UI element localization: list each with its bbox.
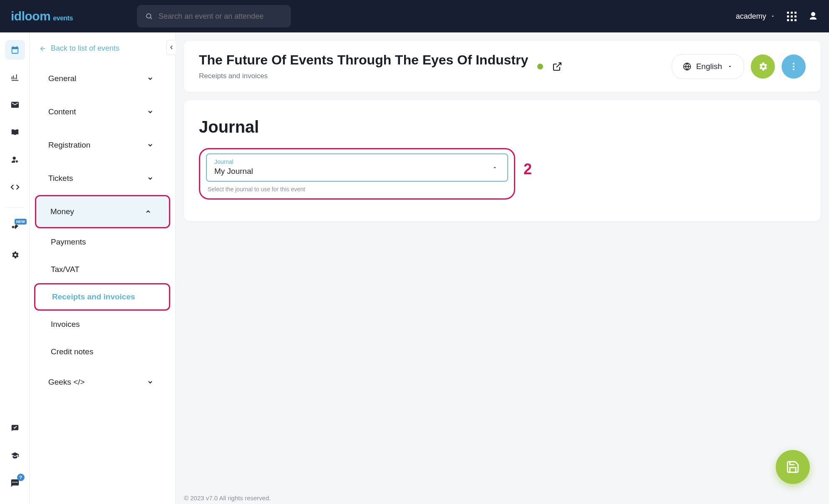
- chevron-down-icon: [147, 379, 154, 385]
- select-value: My Journal: [214, 167, 500, 176]
- icon-rail: NEW ?: [0, 32, 30, 504]
- new-badge: NEW: [15, 219, 27, 225]
- journal-section: Journal Journal My Journal Select the jo…: [184, 100, 821, 221]
- sub-label: Invoices: [51, 320, 80, 329]
- user-icon[interactable]: [808, 11, 818, 21]
- chevron-down-icon: [147, 109, 154, 115]
- event-header-card: The Future Of Events Through The Eyes Of…: [184, 41, 821, 92]
- svg-point-7: [793, 66, 794, 67]
- section-heading: Journal: [199, 118, 806, 136]
- rail-user-cog-icon[interactable]: [5, 150, 25, 170]
- save-icon: [786, 460, 800, 474]
- select-help-text: Select the journal to use for this event: [206, 186, 508, 193]
- search-icon: [145, 12, 153, 20]
- account-label: academy: [736, 12, 766, 21]
- svg-point-6: [793, 63, 794, 64]
- brand-main: idloom: [11, 9, 50, 23]
- nav-label: Money: [50, 207, 74, 216]
- status-dot-icon: [537, 64, 543, 69]
- svg-line-1: [151, 17, 152, 19]
- settings-button[interactable]: [751, 54, 775, 79]
- sub-payments[interactable]: Payments: [34, 228, 171, 256]
- help-badge: ?: [17, 474, 25, 481]
- sidebar-collapse-button[interactable]: [166, 40, 176, 55]
- rail-events-icon[interactable]: [5, 40, 25, 60]
- language-selector[interactable]: English: [672, 54, 744, 79]
- account-menu[interactable]: academy: [736, 12, 775, 21]
- more-vertical-icon: [789, 62, 799, 72]
- sub-tax-vat[interactable]: Tax/VAT: [34, 256, 171, 283]
- nav-label: General: [48, 74, 77, 83]
- arrow-left-icon: [39, 45, 47, 52]
- rail-book-icon[interactable]: [5, 122, 25, 142]
- caret-down-icon: [770, 14, 775, 19]
- caret-down-icon: [491, 164, 498, 171]
- svg-point-0: [146, 14, 151, 18]
- rail-mail-icon[interactable]: [5, 95, 25, 115]
- brand-sub: events: [53, 15, 73, 22]
- sub-receipts-invoices[interactable]: Receipts and invoices: [34, 283, 170, 311]
- rail-stats-icon[interactable]: [5, 67, 25, 87]
- back-to-events-link[interactable]: Back to list of events: [30, 42, 175, 62]
- top-header: idloom events academy: [0, 0, 829, 32]
- language-label: English: [696, 62, 722, 71]
- chevron-down-icon: [147, 142, 154, 148]
- sub-label: Receipts and invoices: [52, 292, 135, 301]
- brand-logo[interactable]: idloom events: [11, 9, 73, 23]
- chevron-down-icon: [147, 75, 154, 82]
- apps-grid-icon[interactable]: [787, 12, 797, 21]
- svg-point-8: [793, 69, 794, 70]
- search-input[interactable]: [159, 12, 283, 21]
- sidebar-nav: Back to list of events General Content R…: [30, 32, 176, 504]
- caret-down-icon: [727, 64, 733, 69]
- journal-highlight-box: Journal My Journal Select the journal to…: [199, 148, 515, 200]
- rail-chat-icon[interactable]: ?: [5, 473, 25, 493]
- external-link-icon[interactable]: [552, 62, 562, 72]
- globe-icon: [683, 62, 691, 71]
- gear-icon: [757, 61, 768, 72]
- sub-label: Tax/VAT: [51, 265, 79, 274]
- svg-line-3: [556, 63, 561, 67]
- sub-credit-notes[interactable]: Credit notes: [34, 338, 171, 366]
- chevron-up-icon: [145, 208, 151, 215]
- rail-key-icon[interactable]: NEW: [5, 217, 25, 237]
- nav-label: Geeks </>: [48, 378, 85, 387]
- select-label: Journal: [214, 158, 500, 165]
- nav-label: Content: [48, 107, 76, 116]
- sub-label: Payments: [51, 237, 86, 247]
- chevron-left-icon: [168, 44, 175, 51]
- nav-general[interactable]: General: [34, 62, 171, 95]
- nav-content[interactable]: Content: [34, 95, 171, 128]
- breadcrumb: Receipts and invoices: [199, 72, 528, 80]
- rail-settings-icon[interactable]: [5, 245, 25, 265]
- nav-money[interactable]: Money: [35, 195, 170, 228]
- back-link-label: Back to list of events: [51, 44, 119, 53]
- chevron-down-icon: [147, 175, 154, 182]
- nav-label: Tickets: [48, 174, 73, 183]
- sub-invoices[interactable]: Invoices: [34, 311, 171, 338]
- nav-geeks[interactable]: Geeks </>: [34, 366, 171, 399]
- rail-academy-icon[interactable]: [5, 446, 25, 466]
- rail-checkin-icon[interactable]: [5, 418, 25, 438]
- main-content: The Future Of Events Through The Eyes Of…: [176, 32, 829, 504]
- event-title: The Future Of Events Through The Eyes Of…: [199, 52, 528, 68]
- rail-code-icon[interactable]: [5, 177, 25, 197]
- footer-text: © 2023 v7.0 All rights reserved.: [184, 494, 271, 502]
- save-fab[interactable]: [776, 450, 810, 484]
- annotation-2: 2: [524, 161, 532, 178]
- rail-divider: [6, 207, 24, 208]
- search-bar[interactable]: [137, 5, 291, 27]
- more-button[interactable]: [782, 54, 806, 79]
- nav-registration[interactable]: Registration: [34, 128, 171, 162]
- nav-label: Registration: [48, 141, 90, 150]
- sub-label: Credit notes: [51, 347, 93, 356]
- nav-tickets[interactable]: Tickets: [34, 162, 171, 195]
- journal-select[interactable]: Journal My Journal: [206, 153, 508, 182]
